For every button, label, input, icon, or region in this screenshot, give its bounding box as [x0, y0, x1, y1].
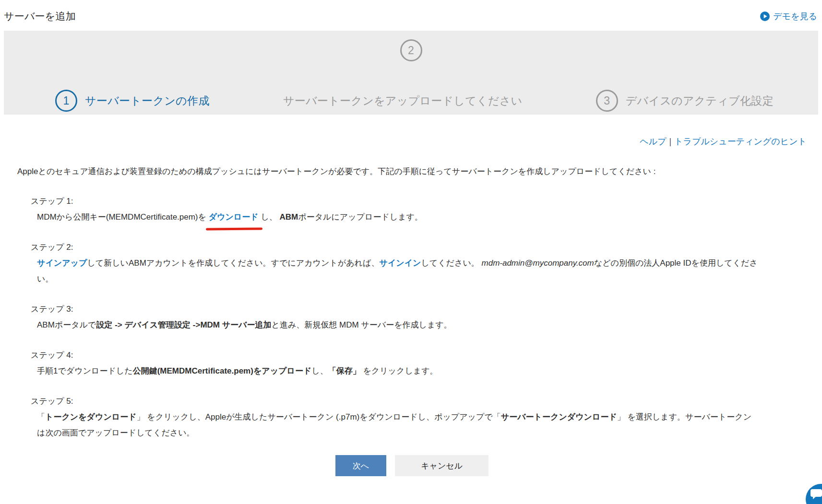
text-segment: をクリックします。: [361, 366, 438, 375]
text-segment: 設定 -> デバイス管理設定 ->MDM サーバー追加: [96, 320, 271, 329]
stepper-row: 1 サーバートークンの作成 サーバートークンをアップロードしてください 3 デバ…: [4, 90, 818, 112]
text-segment: と進み、新規仮想 MDM サーバーを作成します。: [272, 320, 452, 329]
watch-demo-link[interactable]: デモを見る: [760, 11, 817, 22]
text-segment: mdm-admin@mycompany.com: [482, 258, 594, 268]
text-segment: 「: [37, 412, 45, 422]
step-1-indicator: 1: [55, 90, 77, 112]
next-button[interactable]: 次へ: [335, 455, 386, 476]
help-links: ヘルプ|トラブルシューティングのヒント: [17, 136, 807, 147]
help-separator: |: [669, 137, 671, 146]
text-segment: してください。: [421, 258, 481, 268]
stepper: 2 1 サーバートークンの作成 サーバートークンをアップロードしてください 3 …: [4, 31, 818, 115]
step-2-indicator: 2: [400, 39, 422, 61]
intro-text: Appleとのセキュア通信および装置登録のための構成プッシュにはサーバートークン…: [17, 165, 766, 178]
watch-demo-label: デモを見る: [773, 11, 817, 22]
download-link[interactable]: ダウンロード: [209, 209, 259, 225]
text-segment: して新しいABMアカウントを作成してください。すでにアカウントがあれば、: [87, 258, 379, 268]
action-buttons: 次へ キャンセル: [17, 455, 807, 476]
instruction-step-1-body: MDMから公開キー(MEMDMCertificate.pem)を ダウンロード …: [37, 209, 759, 225]
signin-link[interactable]: サインイン: [379, 258, 421, 268]
step-1-label: サーバートークンの作成: [85, 94, 210, 108]
stepper-step-1: 1 サーバートークンの作成: [55, 90, 210, 112]
text-segment: サーバートークンダウンロード: [501, 412, 617, 422]
text-segment: 「保存」: [328, 366, 361, 375]
instruction-step-5-body: 「トークンをダウンロード」 をクリックし、Appleが生成したサーバートークン …: [37, 409, 759, 441]
text-segment: し、: [259, 212, 280, 222]
text-segment: トークンをダウンロード: [45, 412, 137, 422]
instruction-step-4-label: ステップ 4:: [31, 347, 807, 363]
main-content: ヘルプ|トラブルシューティングのヒント Appleとのセキュア通信および装置登録…: [0, 136, 822, 476]
chat-widget-button[interactable]: [806, 484, 822, 504]
instruction-steps: ステップ 1:MDMから公開キー(MEMDMCertificate.pem)を …: [31, 193, 807, 441]
cancel-button[interactable]: キャンセル: [395, 455, 488, 476]
instruction-step-2-body: サインアップして新しいABMアカウントを作成してください。すでにアカウントがあれ…: [37, 255, 759, 287]
instruction-step-3-label: ステップ 3:: [31, 301, 807, 317]
signup-link[interactable]: サインアップ: [37, 258, 87, 268]
instruction-step-5-label: ステップ 5:: [31, 393, 807, 409]
text-segment: ポータルにアップロードします。: [298, 212, 423, 222]
instruction-step-4: ステップ 4:手順1でダウンロードした公開鍵(MEMDMCertificate.…: [31, 347, 807, 379]
instruction-step-2: ステップ 2:サインアップして新しいABMアカウントを作成してください。すでにア…: [31, 239, 807, 287]
text-segment: ABMポータルで: [37, 320, 96, 329]
step-2-label: サーバートークンをアップロードしてください: [283, 94, 522, 108]
text-segment: し、: [311, 366, 328, 375]
text-segment: ABM: [280, 212, 298, 222]
stepper-step-3: 3 デバイスのアクティブ化設定: [596, 90, 774, 112]
page-title: サーバーを追加: [4, 10, 76, 23]
instruction-step-1: ステップ 1:MDMから公開キー(MEMDMCertificate.pem)を …: [31, 193, 807, 225]
help-link[interactable]: ヘルプ: [640, 137, 666, 146]
troubleshooting-link[interactable]: トラブルシューティングのヒント: [674, 137, 807, 146]
step-3-label: デバイスのアクティブ化設定: [626, 94, 774, 108]
play-icon: [760, 12, 770, 21]
instruction-step-3: ステップ 3:ABMポータルで設定 -> デバイス管理設定 ->MDM サーバー…: [31, 301, 807, 333]
instruction-step-4-body: 手順1でダウンロードした公開鍵(MEMDMCertificate.pem)をアッ…: [37, 363, 759, 379]
page-header: サーバーを追加 デモを見る: [0, 0, 822, 31]
instruction-step-1-label: ステップ 1:: [31, 193, 807, 209]
text-segment: 公開鍵(MEMDMCertificate.pem)をアップロード: [133, 366, 312, 375]
instruction-step-2-label: ステップ 2:: [31, 239, 807, 255]
text-segment: MDMから公開キー(MEMDMCertificate.pem)を: [37, 212, 209, 222]
step-3-indicator: 3: [596, 90, 618, 112]
instruction-step-3-body: ABMポータルで設定 -> デバイス管理設定 ->MDM サーバー追加と進み、新…: [37, 317, 759, 333]
text-segment: 」 をクリックし、Appleが生成したサーバートークン (.p7m)をダウンロー…: [137, 412, 501, 422]
instruction-step-5: ステップ 5:「トークンをダウンロード」 をクリックし、Appleが生成したサー…: [31, 393, 807, 441]
text-segment: 手順1でダウンロードした: [37, 366, 133, 375]
stepper-step-2: サーバートークンをアップロードしてください: [283, 94, 522, 108]
